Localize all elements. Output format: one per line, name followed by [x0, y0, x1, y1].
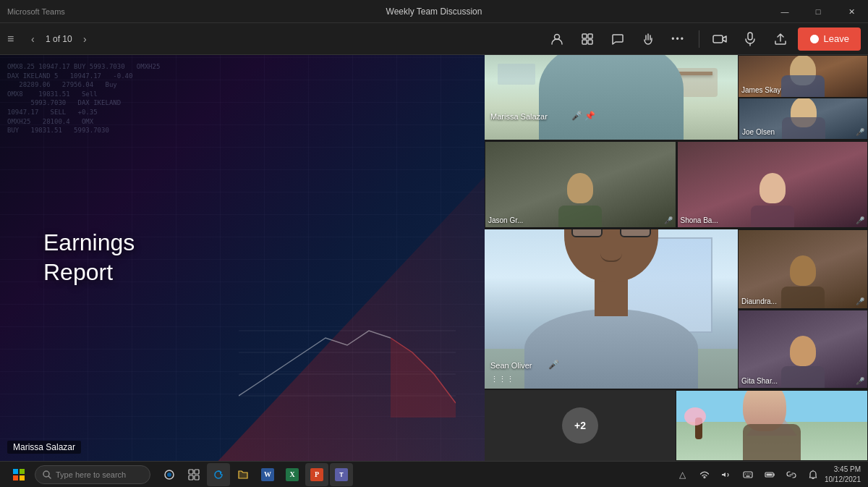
main-content: OMX8.25 10947.17 BUY 5993.7030 OMXH25 DA…: [0, 55, 868, 461]
svg-rect-3: [582, 40, 587, 44]
toolbar-icons: ••• Leave: [544, 26, 861, 52]
presentation-area: OMX8.25 10947.17 BUY 5993.7030 OMXH25 DA…: [0, 55, 485, 461]
window-controls: — □ ✕: [768, 0, 868, 23]
minimize-button[interactable]: —: [768, 0, 801, 23]
taskbar-explorer[interactable]: [231, 463, 255, 486]
extra-participants-row: +2: [485, 389, 868, 461]
maximize-button[interactable]: □: [801, 0, 835, 23]
leave-button[interactable]: Leave: [798, 27, 861, 51]
jason-name: Jason Gr...: [488, 216, 523, 224]
search-placeholder: Type here to search: [56, 470, 126, 479]
japan-scene-thumb[interactable]: [676, 390, 868, 461]
raise-hand-button[interactable]: [635, 26, 661, 52]
taskbar-powerpoint[interactable]: P: [305, 463, 328, 486]
participants-button[interactable]: [544, 26, 570, 52]
start-button[interactable]: [4, 463, 33, 486]
nav-group: ‹ 1 of 10 ›: [22, 29, 95, 49]
svg-rect-22: [195, 470, 199, 474]
keyboard-icon[interactable]: [738, 463, 758, 486]
svg-rect-13: [13, 469, 18, 474]
menu-icon[interactable]: ≡: [7, 33, 14, 46]
taskbar-edge[interactable]: [207, 463, 230, 486]
page-indicator: 1 of 10: [44, 34, 73, 44]
leave-label: Leave: [824, 33, 849, 44]
battery-icon[interactable]: [760, 463, 780, 486]
taskbar-word[interactable]: W: [256, 463, 279, 486]
middle-thumb-row: Jason Gr... 🎤 Shona Ba... 🎤: [485, 141, 868, 228]
featured-video-marissa: Marissa Salazar 🎤 📌: [485, 55, 738, 140]
svg-marker-12: [391, 338, 456, 418]
clock: 3:45 PM 10/12/2021: [825, 465, 864, 485]
show-desktop-arrow[interactable]: △: [673, 463, 693, 486]
chat-button[interactable]: [605, 26, 631, 52]
stock-chart: [239, 309, 456, 418]
thumb-gita[interactable]: Gita Shar... 🎤: [738, 309, 868, 389]
time: 3:45 PM: [825, 465, 861, 475]
svg-rect-25: [744, 472, 752, 478]
taskbar-excel[interactable]: X: [281, 463, 304, 486]
svg-line-18: [48, 476, 51, 478]
search-bar[interactable]: Type here to search: [35, 465, 150, 484]
thumb-james[interactable]: James Skay: [738, 55, 868, 98]
top-video-row: Marissa Salazar 🎤 📌 James Skay Joe Olsen: [485, 55, 868, 140]
svg-rect-23: [189, 475, 193, 480]
thumb-joe[interactable]: Joe Olsen 🎤: [738, 98, 868, 140]
jason-mic-icon: 🎤: [664, 216, 673, 224]
bottom-video-row: Sean Oliver 🎤 ⋮⋮⋮ Diaundra... 🎤: [485, 229, 868, 389]
date: 10/12/2021: [825, 475, 861, 485]
svg-rect-6: [748, 33, 752, 40]
thumbnail-panel: James Skay Joe Olsen 🎤: [738, 55, 868, 140]
thumb-shona[interactable]: Shona Ba... 🎤: [676, 141, 869, 228]
extra-participants-badge[interactable]: +2: [562, 407, 598, 444]
svg-rect-5: [713, 35, 723, 43]
grid-view-button[interactable]: [574, 26, 600, 52]
taskbar-teams[interactable]: T: [330, 463, 353, 486]
network-icon[interactable]: [694, 463, 715, 486]
sean-ctrl-1[interactable]: ⋮⋮⋮: [490, 375, 514, 384]
camera-button[interactable]: [707, 26, 733, 52]
sean-video-controls: ⋮⋮⋮: [490, 375, 514, 384]
svg-rect-2: [588, 34, 592, 38]
svg-rect-14: [20, 469, 25, 474]
svg-point-20: [167, 473, 171, 477]
toolbar-left: ≡: [7, 33, 14, 46]
toolbar: ≡ ‹ 1 of 10 ›: [0, 23, 868, 55]
share-button[interactable]: [767, 26, 793, 52]
diaundra-name: Diaundra...: [741, 297, 777, 305]
svg-rect-1: [582, 34, 587, 38]
taskbar-task-view[interactable]: [182, 463, 205, 486]
thumb-diaundra[interactable]: Diaundra... 🎤: [738, 229, 868, 309]
video-grid: Marissa Salazar 🎤 📌 James Skay Joe Olsen: [485, 55, 868, 461]
marissa-video-bg: [485, 55, 738, 140]
marissa-name-label: Marissa Salazar: [490, 112, 548, 121]
svg-rect-16: [20, 475, 25, 480]
taskbar-cortana[interactable]: [158, 463, 181, 486]
diaundra-mic-icon: 🎤: [856, 297, 864, 305]
more-options-button[interactable]: •••: [665, 26, 692, 52]
app-label: Microsoft Teams: [7, 7, 65, 16]
title-bar: Microsoft Teams Weekly Team Discussion —…: [0, 0, 868, 23]
window-title: Weekly Team Discussion: [386, 7, 482, 17]
presentation-background: OMX8.25 10947.17 BUY 5993.7030 OMXH25 DA…: [0, 55, 485, 461]
svg-rect-15: [13, 475, 18, 480]
svg-rect-24: [195, 475, 199, 480]
notification-icon[interactable]: [803, 463, 823, 486]
close-button[interactable]: ✕: [835, 0, 868, 23]
gita-mic-icon: 🎤: [856, 377, 864, 385]
link-icon[interactable]: [781, 463, 801, 486]
shona-mic-icon: 🎤: [856, 216, 864, 224]
taskbar: Type here to search W X P T △: [0, 461, 868, 487]
mic-button[interactable]: [737, 26, 763, 52]
prev-slide-button[interactable]: ‹: [22, 29, 43, 49]
placeholder-area: +2: [485, 390, 676, 461]
presenter-label: Marissa Salazar: [7, 441, 81, 454]
next-slide-button[interactable]: ›: [75, 29, 95, 49]
volume-icon[interactable]: [716, 463, 736, 486]
svg-rect-4: [588, 40, 592, 44]
svg-rect-21: [189, 470, 193, 474]
thumb-jason[interactable]: Jason Gr... 🎤: [485, 141, 676, 228]
joe-name: Joe Olsen: [742, 128, 775, 136]
system-tray: △ 3:45 PM 10/12/2021: [673, 463, 864, 486]
svg-rect-32: [766, 473, 772, 475]
james-name: James Skay: [741, 86, 780, 94]
